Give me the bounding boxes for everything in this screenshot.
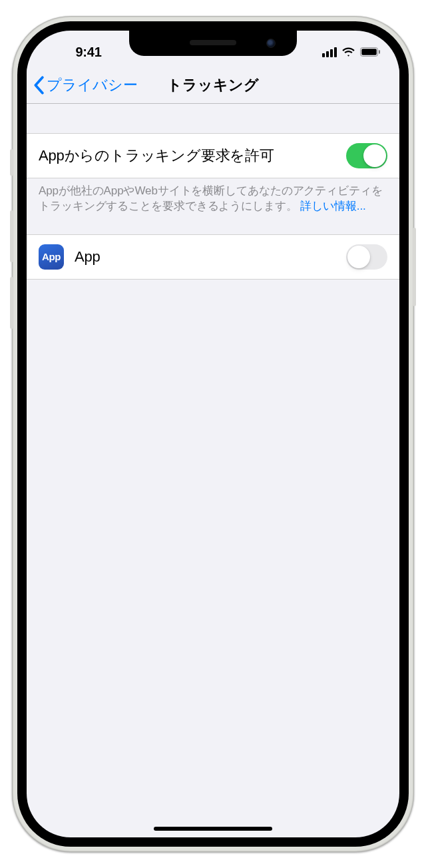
speaker <box>190 40 236 45</box>
mute-switch <box>10 149 13 176</box>
allow-tracking-label: Appからのトラッキング要求を許可 <box>39 146 346 166</box>
volume-down-button <box>10 277 13 329</box>
back-button[interactable]: プライバシー <box>32 75 138 95</box>
screen: 9:41 <box>27 31 399 837</box>
volume-up-button <box>10 210 13 262</box>
app-name-label: App <box>75 248 346 266</box>
home-indicator[interactable] <box>154 827 272 831</box>
cellular-signal-icon <box>322 47 337 57</box>
content: Appからのトラッキング要求を許可 Appが他社のAppやWebサイトを横断して… <box>27 104 399 280</box>
app-icon: App <box>39 244 64 270</box>
chevron-left-icon <box>32 76 45 95</box>
app-tracking-toggle[interactable] <box>346 244 387 270</box>
back-label: プライバシー <box>47 75 138 95</box>
footer-description: Appが他社のAppやWebサイトを横断してあなたのアクティビティをトラッキング… <box>27 178 399 214</box>
more-info-link[interactable]: 詳しい情報... <box>300 200 365 212</box>
svg-rect-1 <box>361 49 377 55</box>
battery-icon <box>360 47 381 57</box>
app-tracking-cell[interactable]: App App <box>27 234 399 280</box>
power-button <box>413 228 416 306</box>
allow-tracking-toggle[interactable] <box>346 143 387 168</box>
svg-rect-2 <box>379 50 380 53</box>
phone-body: 9:41 <box>17 21 409 847</box>
status-time: 9:41 <box>75 45 101 60</box>
front-camera <box>266 39 276 48</box>
wifi-icon <box>341 47 355 57</box>
nav-bar: プライバシー トラッキング <box>27 67 399 104</box>
notch <box>129 31 297 56</box>
phone-frame: 9:41 <box>12 16 414 852</box>
allow-tracking-cell[interactable]: Appからのトラッキング要求を許可 <box>27 133 399 178</box>
